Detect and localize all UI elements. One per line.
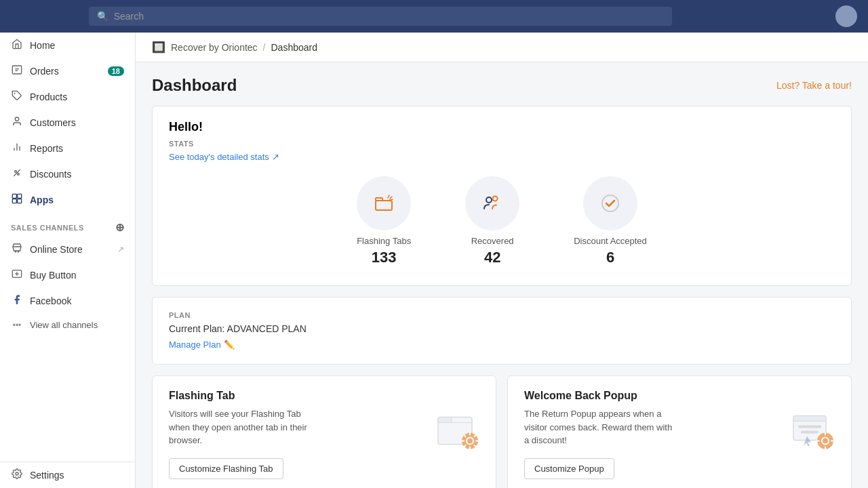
greeting-text: Hello! <box>169 120 835 134</box>
page-header: Dashboard Lost? Take a tour! <box>152 76 852 95</box>
svg-point-9 <box>18 174 20 176</box>
topbar: 🔍 <box>0 0 868 33</box>
svg-rect-48 <box>801 430 818 433</box>
flashing-tabs-icon <box>357 176 411 230</box>
stats-section-label: STATS <box>169 140 835 148</box>
recovered-name: Recovered <box>465 236 519 246</box>
customize-popup-button[interactable]: Customize Popup <box>524 458 614 479</box>
customize-flashing-tab-button[interactable]: Customize Flashing Tab <box>169 458 283 479</box>
sidebar-item-products-label: Products <box>30 92 67 102</box>
tour-link[interactable]: Lost? Take a tour! <box>776 80 852 91</box>
sidebar-item-orders-label: Orders <box>30 66 59 77</box>
svg-rect-14 <box>18 199 22 203</box>
welcome-back-illustration <box>790 410 837 458</box>
stat-discount-accepted: Discount Accepted 6 <box>574 176 647 266</box>
sidebar-item-settings-label: Settings <box>30 470 64 481</box>
main-content: 🔲 Recover by Oriontec / Dashboard Dashbo… <box>136 33 868 488</box>
plan-card: PLAN Current Plan: ADVANCED PLAN Manage … <box>152 297 852 365</box>
flashing-tab-card: Flashing Tab Visitors will see your Flas… <box>152 375 496 488</box>
breadcrumb-current: Dashboard <box>271 42 318 53</box>
search-input[interactable] <box>114 11 664 22</box>
flashing-tabs-value: 133 <box>357 249 411 266</box>
svg-rect-13 <box>12 199 16 203</box>
stats-link-text: See today's detailed stats <box>169 152 269 162</box>
external-link-icon: ↗ <box>117 245 124 254</box>
svg-point-20 <box>16 472 18 475</box>
apps-icon <box>11 193 23 207</box>
products-icon <box>11 90 23 104</box>
svg-rect-47 <box>798 425 821 428</box>
breadcrumb: 🔲 Recover by Oriontec / Dashboard <box>136 33 868 62</box>
sidebar-item-online-store[interactable]: Online Store ↗ <box>0 237 135 262</box>
settings-icon <box>11 468 23 482</box>
sidebar-item-customers[interactable]: Customers <box>0 110 135 136</box>
facebook-icon <box>11 294 23 308</box>
sales-channels-label: SALES CHANNELS <box>11 224 84 232</box>
flashing-tab-description: Visitors will see your Flashing Tab when… <box>169 407 318 447</box>
sidebar-item-buy-button[interactable]: Buy Button <box>0 262 135 288</box>
discount-accepted-icon <box>583 176 637 230</box>
reports-icon <box>11 142 23 155</box>
svg-point-15 <box>15 251 16 252</box>
orders-badge: 18 <box>108 66 124 76</box>
content-area: Dashboard Lost? Take a tour! Hello! STAT… <box>136 62 868 488</box>
sidebar-item-facebook-label: Facebook <box>30 296 71 306</box>
sidebar-item-apps[interactable]: Apps <box>0 187 135 213</box>
svg-rect-0 <box>12 66 21 74</box>
sidebar-item-apps-label: Apps <box>30 195 54 205</box>
sidebar-item-online-store-label: Online Store <box>30 244 83 255</box>
breadcrumb-separator: / <box>263 42 266 53</box>
page-title: Dashboard <box>152 76 237 95</box>
stats-grid: Flashing Tabs 133 <box>169 176 835 272</box>
detailed-stats-link[interactable]: See today's detailed stats ↗ <box>169 152 279 162</box>
flashing-tab-title: Flashing Tab <box>169 390 479 402</box>
svg-point-16 <box>18 251 18 252</box>
avatar[interactable] <box>835 5 857 27</box>
online-store-icon <box>11 243 23 256</box>
svg-line-26 <box>390 199 393 200</box>
sidebar-item-home-label: Home <box>30 40 55 51</box>
svg-point-3 <box>14 93 16 94</box>
svg-rect-46 <box>793 415 826 421</box>
discount-accepted-value: 6 <box>574 249 647 266</box>
sidebar-item-orders[interactable]: Orders 18 <box>0 58 135 84</box>
add-channel-button[interactable]: ⊕ <box>115 221 125 234</box>
flashing-tab-illustration <box>435 410 482 458</box>
manage-plan-icon: ✏️ <box>224 340 235 350</box>
welcome-back-title: Welcome Back Popup <box>524 390 835 402</box>
orders-icon <box>11 64 23 78</box>
breadcrumb-app-icon: 🔲 <box>152 41 165 54</box>
layout: Home Orders 18 Products Customers <box>0 33 868 488</box>
breadcrumb-app-name: Recover by Oriontec <box>171 42 258 53</box>
view-all-channels-label: View all channels <box>30 320 98 330</box>
svg-rect-11 <box>12 194 16 198</box>
sidebar-item-settings[interactable]: Settings <box>0 462 135 488</box>
stat-recovered: Recovered 42 <box>465 176 519 266</box>
sidebar-item-products[interactable]: Products <box>0 84 135 110</box>
sidebar-item-reports[interactable]: Reports <box>0 136 135 161</box>
buy-button-icon <box>11 268 23 282</box>
sidebar-item-home[interactable]: Home <box>0 33 135 58</box>
stats-card: Hello! STATS See today's detailed stats … <box>152 106 852 286</box>
manage-plan-link[interactable]: Manage Plan ✏️ <box>169 340 235 350</box>
svg-point-8 <box>15 171 17 173</box>
recovered-value: 42 <box>465 249 519 266</box>
discount-accepted-name: Discount Accepted <box>574 236 647 246</box>
discounts-icon <box>11 167 23 181</box>
flashing-tabs-name: Flashing Tabs <box>357 236 411 246</box>
stat-flashing-tabs: Flashing Tabs 133 <box>357 176 411 266</box>
svg-rect-33 <box>438 417 452 422</box>
sidebar-item-facebook[interactable]: Facebook <box>0 288 135 314</box>
more-icon: ••• <box>11 321 23 330</box>
svg-rect-12 <box>18 194 22 198</box>
stats-link-icon: ↗ <box>272 152 279 162</box>
sidebar-item-view-all-channels[interactable]: ••• View all channels <box>0 314 135 336</box>
search-bar[interactable]: 🔍 <box>89 7 672 26</box>
sidebar-item-buy-button-label: Buy Button <box>30 270 77 281</box>
sidebar-item-discounts[interactable]: Discounts <box>0 161 135 187</box>
feature-cards-row: Flashing Tab Visitors will see your Flas… <box>152 375 852 488</box>
manage-plan-text: Manage Plan <box>169 340 221 350</box>
svg-point-27 <box>480 191 505 216</box>
sales-channels-header: SALES CHANNELS ⊕ <box>0 213 135 237</box>
sidebar: Home Orders 18 Products Customers <box>0 33 136 488</box>
